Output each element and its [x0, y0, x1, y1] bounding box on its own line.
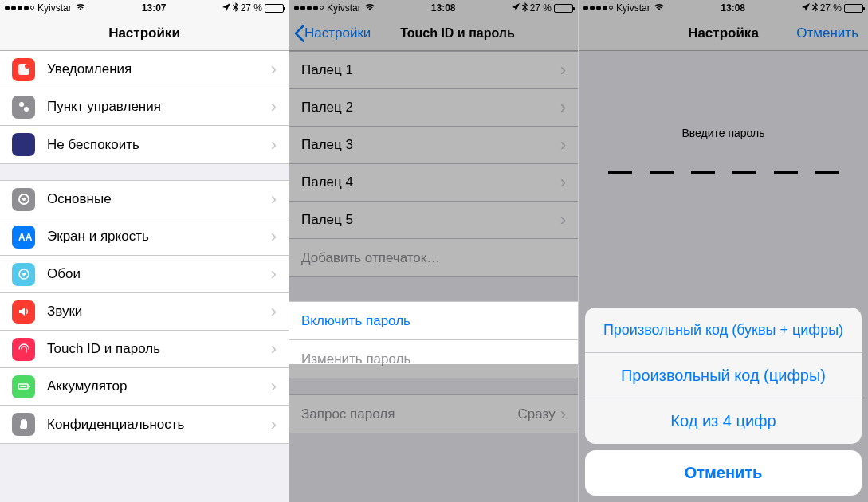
chevron-right-icon: › [271, 96, 277, 117]
nav-back-button[interactable]: Настройки [289, 25, 371, 42]
cell-label: Палец 3 [301, 137, 560, 153]
cell-value: Сразу [518, 406, 556, 422]
chevron-right-icon: › [271, 59, 277, 80]
battery-percent: 27 % [820, 2, 842, 14]
nav-back-label: Настройки [304, 25, 371, 41]
cell-label: Запрос пароля [301, 406, 518, 422]
svg-point-5 [22, 198, 26, 201]
nav-bar: Настройки Touch ID и пароль [289, 16, 578, 51]
battery-percent: 27 % [241, 2, 262, 14]
finger-row-3[interactable]: Палец 3› [289, 127, 578, 164]
gear-icon [12, 188, 35, 211]
fingerprint-icon [12, 338, 35, 361]
bluetooth-icon [233, 2, 238, 14]
carrier-label: Kyivstar [37, 2, 72, 14]
chevron-right-icon: › [271, 376, 277, 397]
speaker-icon [12, 300, 35, 324]
bluetooth-icon [522, 2, 528, 14]
bluetooth-icon [812, 2, 818, 14]
touch-id-screen: Kyivstar 13:08 27 % Настройки Touch ID и… [289, 0, 579, 502]
cell-label: Экран и яркость [47, 229, 271, 245]
enable-passcode-row[interactable]: Включить пароль [289, 302, 578, 339]
chevron-right-icon: › [560, 172, 566, 193]
chevron-right-icon: › [560, 135, 566, 155]
add-fingerprint-row[interactable]: Добавить отпечаток… [289, 239, 578, 276]
chevron-right-icon: › [560, 404, 566, 425]
cell-label: Включить пароль [301, 313, 566, 329]
chevron-right-icon: › [271, 226, 277, 247]
svg-point-2 [19, 102, 24, 107]
cell-label: Touch ID и пароль [47, 341, 271, 357]
sheet-option-numeric[interactable]: Произвольный код (цифры) [585, 353, 862, 398]
clock: 13:07 [142, 2, 167, 14]
carrier-label: Kyivstar [616, 2, 650, 14]
settings-cell-battery[interactable]: Аккумулятор › [0, 368, 289, 406]
chevron-right-icon: › [271, 264, 277, 284]
cell-label: Не беспокоить [47, 137, 271, 153]
nav-bar: Настройки [0, 16, 289, 51]
cell-label: Звуки [47, 304, 271, 320]
cell-label: Пункт управления [47, 99, 271, 115]
location-icon [222, 2, 230, 14]
cell-label: Изменить пароль [301, 351, 566, 367]
nav-cancel-button[interactable]: Отменить [796, 25, 858, 41]
location-icon [512, 2, 520, 14]
location-icon [802, 2, 810, 14]
change-passcode-row[interactable]: Изменить пароль [289, 340, 578, 378]
signal-icon [583, 6, 613, 10]
signal-icon [5, 6, 34, 10]
wifi-icon [364, 2, 375, 14]
cell-label: Палец 2 [301, 100, 560, 116]
chevron-right-icon: › [271, 414, 277, 435]
finger-row-4[interactable]: Палец 4› [289, 164, 578, 202]
cell-label: Обои [47, 266, 271, 282]
status-bar: Kyivstar 13:08 27 % [579, 0, 868, 16]
require-passcode-row[interactable]: Запрос пароля Сразу › [289, 395, 578, 433]
wifi-icon [654, 2, 665, 14]
finger-row-2[interactable]: Палец 2› [289, 89, 578, 127]
battery-cell-icon [12, 375, 35, 398]
settings-cell-privacy[interactable]: Конфиденциальность › [0, 406, 289, 443]
finger-row-1[interactable]: Палец 1› [289, 52, 578, 89]
cell-label: Конфиденциальность [47, 417, 271, 433]
svg-point-3 [24, 107, 29, 112]
settings-cell-dnd[interactable]: Не беспокоить › [0, 126, 289, 163]
passcode-dash [774, 171, 798, 174]
nav-title: Настройки [0, 25, 289, 41]
chevron-right-icon: › [560, 60, 566, 80]
settings-cell-control-center[interactable]: Пункт управления › [0, 88, 289, 126]
settings-cell-display[interactable]: AA Экран и яркость › [0, 218, 289, 256]
battery-icon [554, 4, 573, 13]
passcode-prompt: Введите пароль [579, 127, 868, 139]
sheet-cancel-button[interactable]: Отменить [585, 450, 862, 496]
settings-root-screen: Kyivstar 13:07 27 % Настройки Уведомлени… [0, 0, 289, 502]
wallpaper-icon [12, 263, 35, 286]
settings-cell-sounds[interactable]: Звуки › [0, 293, 289, 331]
battery-icon [265, 4, 284, 13]
cell-label: Основные [47, 191, 271, 207]
chevron-right-icon: › [271, 135, 277, 155]
cell-label: Палец 5 [301, 212, 560, 228]
passcode-dash [732, 171, 756, 174]
settings-cell-notifications[interactable]: Уведомления › [0, 51, 289, 88]
settings-cell-general[interactable]: Основные › [0, 181, 289, 218]
cell-label: Аккумулятор [47, 378, 271, 394]
carrier-label: Kyivstar [327, 2, 361, 14]
finger-row-5[interactable]: Палец 5› [289, 202, 578, 239]
passcode-setup-screen: Kyivstar 13:08 27 % Настройка Отменить В… [579, 0, 868, 502]
svg-point-8 [22, 273, 26, 276]
clock: 13:08 [721, 2, 745, 14]
settings-cell-wallpaper[interactable]: Обои › [0, 256, 289, 293]
chevron-right-icon: › [560, 210, 566, 230]
settings-cell-touch-id[interactable]: Touch ID и пароль › [0, 331, 289, 368]
battery-percent: 27 % [530, 2, 552, 14]
chevron-right-icon: › [271, 189, 277, 210]
sheet-option-4digit[interactable]: Код из 4 цифр [585, 398, 862, 444]
wifi-icon [75, 2, 86, 14]
svg-rect-11 [20, 386, 26, 387]
sheet-option-alphanumeric[interactable]: Произвольный код (буквы + цифры) [585, 308, 862, 353]
nav-bar: Настройка Отменить [579, 16, 868, 51]
control-center-icon [12, 96, 35, 119]
hand-icon [12, 413, 35, 436]
display-icon: AA [12, 226, 35, 249]
